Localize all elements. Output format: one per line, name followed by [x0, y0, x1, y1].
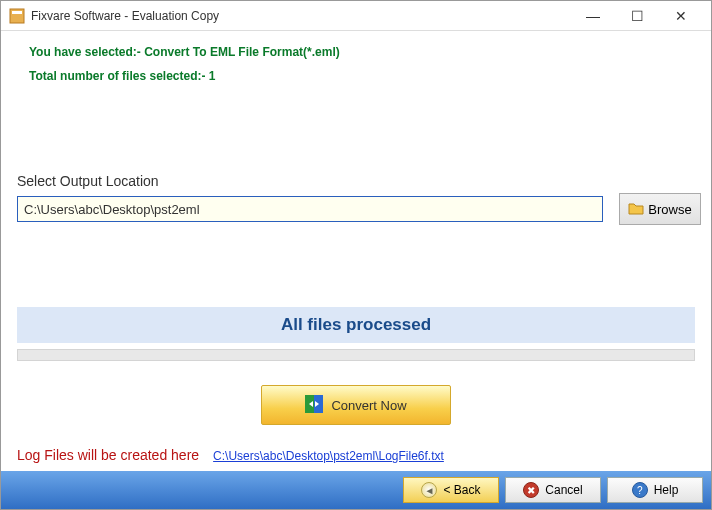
footer: ◄ < Back ✖ Cancel ? Help: [1, 471, 711, 509]
status-message: All files processed: [17, 307, 695, 343]
convert-wrap: Convert Now: [11, 385, 701, 425]
help-label: Help: [654, 483, 679, 497]
log-row: Log Files will be created here C:\Users\…: [17, 447, 444, 463]
window-controls: — ☐ ✕: [571, 2, 703, 30]
log-path-link[interactable]: C:\Users\abc\Desktop\pst2eml\LogFile6f.t…: [213, 449, 444, 463]
progress-bar: [17, 349, 695, 361]
maximize-button[interactable]: ☐: [615, 2, 659, 30]
selected-format-text: You have selected:- Convert To EML File …: [29, 45, 701, 59]
output-row: Browse: [17, 193, 701, 225]
back-button[interactable]: ◄ < Back: [403, 477, 499, 503]
close-button[interactable]: ✕: [659, 2, 703, 30]
help-button[interactable]: ? Help: [607, 477, 703, 503]
log-label: Log Files will be created here: [17, 447, 199, 463]
titlebar: Fixvare Software - Evaluation Copy — ☐ ✕: [1, 1, 711, 31]
back-label: < Back: [443, 483, 480, 497]
convert-button[interactable]: Convert Now: [261, 385, 451, 425]
app-icon: [9, 8, 25, 24]
back-icon: ◄: [421, 482, 437, 498]
window-title: Fixvare Software - Evaluation Copy: [31, 9, 571, 23]
output-location-label: Select Output Location: [17, 173, 701, 189]
content-area: You have selected:- Convert To EML File …: [1, 31, 711, 471]
browse-button[interactable]: Browse: [619, 193, 701, 225]
cancel-button[interactable]: ✖ Cancel: [505, 477, 601, 503]
minimize-button[interactable]: —: [571, 2, 615, 30]
output-path-input[interactable]: [17, 196, 603, 222]
help-icon: ?: [632, 482, 648, 498]
svg-rect-1: [12, 11, 22, 14]
convert-icon: [305, 395, 323, 416]
cancel-icon: ✖: [523, 482, 539, 498]
file-count-text: Total number of files selected:- 1: [29, 69, 701, 83]
convert-label: Convert Now: [331, 398, 406, 413]
folder-icon: [628, 201, 644, 218]
browse-label: Browse: [648, 202, 691, 217]
cancel-label: Cancel: [545, 483, 582, 497]
